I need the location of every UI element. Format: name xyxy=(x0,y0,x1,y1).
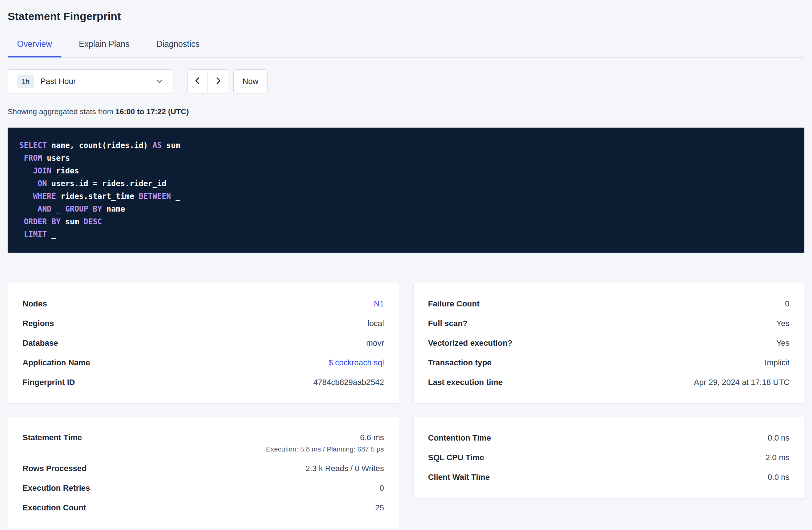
now-button[interactable]: Now xyxy=(233,69,268,93)
transaction-type-label: Transaction type xyxy=(428,358,492,368)
full-scan-value: Yes xyxy=(776,319,789,328)
sql-cpu-time-row: SQL CPU Time 2.0 ms xyxy=(428,448,790,467)
wait-times-card: Contention Time 0.0 ns SQL CPU Time 2.0 … xyxy=(413,417,805,498)
rows-processed-label: Rows Processed xyxy=(23,464,87,473)
failure-count-label: Failure Count xyxy=(428,299,480,309)
full-scan-label: Full scan? xyxy=(428,319,468,328)
execution-retries-value: 0 xyxy=(379,483,384,493)
sql-code: SELECT name, count(rides.id) AS sum FROM… xyxy=(19,139,793,241)
sql-cpu-time-label: SQL CPU Time xyxy=(428,453,484,462)
overview-details-card: Nodes N1 Regions local Database movr App… xyxy=(8,283,399,403)
sql-statement-box: SELECT name, count(rides.id) AS sum FROM… xyxy=(8,128,804,253)
vectorized-execution-row: Vectorized execution? Yes xyxy=(428,333,790,353)
failure-count-row: Failure Count 0 xyxy=(428,294,790,314)
stats-cards-grid: Nodes N1 Regions local Database movr App… xyxy=(8,283,804,529)
statement-fingerprint-page: Statement Fingerprint Overview Explain P… xyxy=(0,0,812,529)
contention-time-value: 0.0 ns xyxy=(768,433,789,443)
execution-count-label: Execution Count xyxy=(23,503,86,513)
failure-count-value: 0 xyxy=(785,299,789,309)
tab-diagnostics[interactable]: Diagnostics xyxy=(147,33,209,57)
tab-overview[interactable]: Overview xyxy=(8,33,61,57)
transaction-type-value: Implicit xyxy=(765,358,789,368)
chevron-down-icon xyxy=(156,77,164,85)
sql-cpu-time-value: 2.0 ms xyxy=(765,453,789,462)
database-value: movr xyxy=(366,338,384,348)
nodes-link[interactable]: N1 xyxy=(374,299,384,309)
statement-time-values: 6.6 ms Execution: 5.8 ms / Planning: 687… xyxy=(266,433,384,453)
statement-time-row: Statement Time 6.6 ms Execution: 5.8 ms … xyxy=(23,428,384,459)
fingerprint-id-value: 4784cb829aab2542 xyxy=(313,378,384,387)
execution-attributes-card: Failure Count 0 Full scan? Yes Vectorize… xyxy=(413,283,805,403)
execution-retries-label: Execution Retries xyxy=(23,483,90,493)
database-label: Database xyxy=(23,338,58,348)
nodes-label: Nodes xyxy=(23,299,47,309)
tab-bar: Overview Explain Plans Diagnostics xyxy=(8,33,804,58)
next-interval-button[interactable] xyxy=(208,69,228,93)
vectorized-execution-label: Vectorized execution? xyxy=(428,338,512,348)
regions-label: Regions xyxy=(23,319,54,328)
fingerprint-id-label: Fingerprint ID xyxy=(23,378,75,387)
execution-count-value: 25 xyxy=(375,503,384,513)
regions-value: local xyxy=(367,319,384,328)
statement-time-label: Statement Time xyxy=(23,433,82,442)
stats-range: 16:00 to 17:22 (UTC) xyxy=(116,107,189,116)
chevron-left-icon xyxy=(193,76,202,87)
tab-explain-plans[interactable]: Explain Plans xyxy=(69,33,139,57)
rows-processed-value: 2.3 k Reads / 0 Writes xyxy=(305,464,384,473)
contention-time-label: Contention Time xyxy=(428,433,491,443)
application-name-link[interactable]: $ cockroach sql xyxy=(329,358,384,368)
statement-time-detail: Execution: 5.8 ms / Planning: 687.5 µs xyxy=(266,445,384,453)
nodes-row: Nodes N1 xyxy=(23,294,384,314)
client-wait-time-value: 0.0 ns xyxy=(768,473,789,482)
page-title: Statement Fingerprint xyxy=(8,10,804,23)
application-name-row: Application Name $ cockroach sql xyxy=(23,353,384,373)
time-toolbar: 1h Past Hour Now xyxy=(8,69,804,93)
statement-timing-card: Statement Time 6.6 ms Execution: 5.8 ms … xyxy=(8,417,399,529)
execution-retries-row: Execution Retries 0 xyxy=(23,478,384,498)
statement-time-value: 6.6 ms xyxy=(266,433,384,442)
database-row: Database movr xyxy=(23,333,384,353)
chevron-right-icon xyxy=(214,76,222,87)
prev-interval-button[interactable] xyxy=(187,69,208,93)
time-interval-dropdown[interactable]: 1h Past Hour xyxy=(8,69,173,93)
application-name-label: Application Name xyxy=(23,358,90,368)
client-wait-time-row: Client Wait Time 0.0 ns xyxy=(428,467,790,487)
fingerprint-id-row: Fingerprint ID 4784cb829aab2542 xyxy=(23,373,384,392)
regions-row: Regions local xyxy=(23,314,384,333)
aggregated-stats-line: Showing aggregated stats from 16:00 to 1… xyxy=(8,107,804,116)
rows-processed-row: Rows Processed 2.3 k Reads / 0 Writes xyxy=(23,459,384,478)
interval-label: Past Hour xyxy=(40,77,76,86)
client-wait-time-label: Client Wait Time xyxy=(428,473,490,482)
last-execution-time-label: Last execution time xyxy=(428,378,503,387)
last-execution-time-value: Apr 29, 2024 at 17:18 UTC xyxy=(694,378,789,387)
vectorized-execution-value: Yes xyxy=(776,338,789,348)
contention-time-row: Contention Time 0.0 ns xyxy=(428,428,790,448)
transaction-type-row: Transaction type Implicit xyxy=(428,353,790,373)
full-scan-row: Full scan? Yes xyxy=(428,314,790,333)
time-arrow-group xyxy=(187,69,228,93)
interval-badge: 1h xyxy=(17,75,34,88)
execution-count-row: Execution Count 25 xyxy=(23,498,384,518)
stats-prefix: Showing aggregated stats from xyxy=(8,107,116,116)
last-execution-time-row: Last execution time Apr 29, 2024 at 17:1… xyxy=(428,373,790,392)
